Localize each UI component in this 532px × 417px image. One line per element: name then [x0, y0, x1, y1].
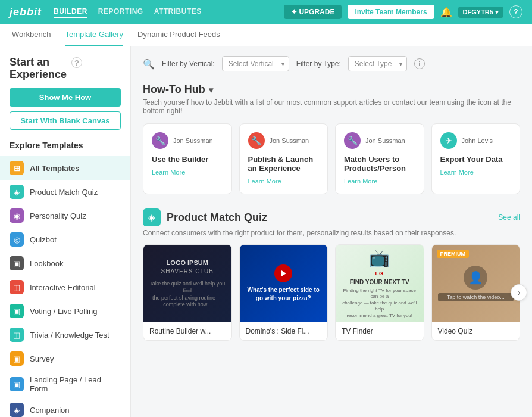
sidebar-item-trivia[interactable]: ◫ Trivia / Knowledge Test	[0, 323, 130, 347]
sidebar-item-landing-page[interactable]: ▣ Landing Page / Lead Form	[0, 371, 130, 398]
learn-more-link[interactable]: Learn More	[248, 178, 281, 185]
author-avatar: ✈	[440, 132, 457, 149]
search-icon[interactable]: 🔍	[143, 58, 155, 70]
nav-builder[interactable]: BUILDER	[54, 6, 87, 18]
upgrade-button[interactable]: ✦ UPGRADE	[284, 5, 342, 19]
trivia-icon: ◫	[10, 328, 24, 342]
template-name: Video Quiz	[432, 322, 520, 340]
how-to-hub-title: How-To Hub ▾	[143, 83, 520, 96]
all-templates-icon: ⊞	[10, 161, 24, 175]
show-me-how-button[interactable]: Show Me How	[10, 88, 121, 107]
premium-badge: PREMIUM	[437, 250, 470, 258]
type-filter-label: Filter by Type:	[296, 60, 341, 68]
sidebar-item-label: Survey	[30, 354, 54, 363]
sidebar-item-personality-quiz[interactable]: ◉ Personality Quiz	[0, 204, 130, 228]
sidebar-item-all-templates[interactable]: ⊞ All Templates	[0, 156, 130, 180]
see-all-link[interactable]: See all	[498, 213, 520, 222]
nav-links: BUILDER REPORTING ATTRIBUTES	[54, 6, 202, 18]
invite-button[interactable]: Invite Team Members	[348, 5, 434, 19]
tab-workbench[interactable]: Workbench	[12, 24, 51, 46]
thumb-background: What's the perfect side togo with your p…	[240, 245, 328, 322]
template-card-dominos[interactable]: What's the perfect side togo with your p…	[239, 244, 328, 341]
sidebar-item-label: Product Match Quiz	[30, 188, 98, 197]
template-card-routine-builder[interactable]: LOGO IPSUM SHAVERS CLUB Take the quiz an…	[143, 244, 232, 341]
sidebar-item-label: Lookbook	[30, 259, 63, 268]
sidebar-item-lookbook[interactable]: ▣ Lookbook	[0, 251, 130, 275]
explore-templates-title: Explore Templates	[0, 141, 130, 150]
filter-info-icon[interactable]: i	[414, 58, 425, 69]
help-icon[interactable]: ?	[509, 5, 522, 18]
how-to-hub-description: Teach yourself how to Jebbit with a list…	[143, 98, 520, 115]
user-menu[interactable]: DFGYTR5 ▾	[458, 7, 503, 18]
template-name: Domino's : Side Fi...	[240, 322, 328, 340]
author-name: Jon Sussman	[173, 137, 213, 144]
template-thumbnail: What's the perfect side togo with your p…	[240, 245, 328, 322]
sidebar-item-label: Quizbot	[30, 235, 57, 244]
vertical-select-wrap: Select Vertical	[222, 56, 289, 71]
vertical-select[interactable]: Select Vertical	[222, 56, 289, 71]
learn-more-link[interactable]: Learn More	[344, 178, 377, 185]
sidebar-item-interactive-editorial[interactable]: ◫ Interactive Editorial	[0, 275, 130, 299]
top-navigation: jebbit BUILDER REPORTING ATTRIBUTES ✦ UP…	[0, 0, 532, 24]
sub-navigation: Workbench Template Gallery Dynamic Produ…	[0, 24, 532, 46]
template-thumbnail: 📺 LG FIND YOUR NEXT TV Finding the right…	[336, 245, 424, 322]
card-title: Use the Builder	[152, 155, 223, 164]
author-name: John Levis	[462, 137, 493, 144]
notification-bell-icon[interactable]: 🔔	[440, 7, 452, 18]
sidebar-item-label: Voting / Live Polling	[30, 307, 97, 316]
voting-icon: ▣	[10, 304, 24, 318]
start-experience-label: Start anExperience	[10, 56, 67, 81]
card-title: Match Users to Products/Person	[344, 155, 415, 173]
type-select[interactable]: Select Type	[348, 56, 407, 71]
tab-dynamic-product-feeds[interactable]: Dynamic Product Feeds	[137, 24, 220, 46]
card-author-row: ✈ John Levis	[440, 132, 512, 149]
thumb-background: 📺 LG FIND YOUR NEXT TV Finding the right…	[336, 245, 424, 322]
blank-canvas-button[interactable]: Start With Blank Canvas	[10, 111, 121, 130]
how-to-card-match-users: 🔧 Jon Sussman Match Users to Products/Pe…	[335, 123, 424, 194]
how-to-cards: 🔧 Jon Sussman Use the Builder Learn More…	[143, 123, 520, 194]
next-arrow-button[interactable]: ›	[511, 284, 527, 301]
logo: jebbit	[10, 6, 42, 18]
product-match-quiz-header: ◈ Product Match Quiz See all	[143, 208, 520, 226]
thumb-background: PREMIUM 👤 Tap to watch the video...	[432, 245, 520, 322]
start-experience-help-icon[interactable]: ?	[71, 57, 82, 68]
nav-reporting[interactable]: REPORTING	[98, 6, 143, 18]
template-name: TV Finder	[336, 322, 424, 340]
product-match-section-icon: ◈	[143, 208, 161, 226]
sidebar: Start anExperience ? Show Me How Start W…	[0, 46, 131, 417]
personality-quiz-icon: ◉	[10, 208, 24, 223]
template-card-video-quiz[interactable]: PREMIUM 👤 Tap to watch the video... Vide…	[431, 244, 521, 341]
learn-more-link[interactable]: Learn More	[152, 169, 185, 176]
learn-more-link[interactable]: Learn More	[440, 169, 474, 176]
sidebar-item-voting[interactable]: ▣ Voting / Live Polling	[0, 299, 130, 323]
survey-icon: ▣	[10, 351, 24, 366]
sidebar-item-label: All Templates	[30, 164, 80, 173]
product-match-icon: ◈	[10, 185, 24, 199]
tab-template-gallery[interactable]: Template Gallery	[65, 24, 124, 46]
sidebar-item-product-match-quiz[interactable]: ◈ Product Match Quiz	[0, 180, 130, 204]
main-content: 🔍 Filter by Vertical: Select Vertical Fi…	[131, 46, 532, 417]
card-author-row: 🔧 Jon Sussman	[344, 132, 415, 149]
author-avatar: 🔧	[152, 132, 168, 149]
sidebar-item-companion[interactable]: ◈ Companion	[0, 398, 130, 417]
how-to-card-export-data: ✈ John Levis Export Your Data Learn More	[431, 123, 521, 194]
author-avatar: 🔧	[248, 132, 265, 149]
vertical-filter-label: Filter by Vertical:	[162, 60, 215, 68]
companion-icon: ◈	[10, 403, 24, 417]
lookbook-icon: ▣	[10, 256, 24, 270]
type-select-wrap: Select Type	[348, 56, 407, 71]
sidebar-item-quizbot[interactable]: ◎ Quizbot	[0, 228, 130, 251]
how-to-hub-label: How-To Hub	[143, 83, 205, 96]
how-to-card-publish: 🔧 Jon Sussman Publish & Launch an Experi…	[239, 123, 328, 194]
editorial-icon: ◫	[10, 280, 24, 294]
card-title: Export Your Data	[440, 155, 512, 164]
how-to-hub-chevron-icon[interactable]: ▾	[209, 85, 213, 95]
template-cards: LOGO IPSUM SHAVERS CLUB Take the quiz an…	[143, 244, 520, 341]
sidebar-item-survey[interactable]: ▣ Survey	[0, 347, 130, 371]
card-author-row: 🔧 Jon Sussman	[152, 132, 223, 149]
nav-attributes[interactable]: ATTRIBUTES	[154, 6, 202, 18]
template-card-tv-finder[interactable]: 📺 LG FIND YOUR NEXT TV Finding the right…	[335, 244, 424, 341]
sidebar-item-label: Companion	[30, 406, 70, 415]
nav-right: ✦ UPGRADE Invite Team Members 🔔 DFGYTR5 …	[284, 5, 522, 19]
sidebar-item-label: Interactive Editorial	[30, 283, 96, 292]
